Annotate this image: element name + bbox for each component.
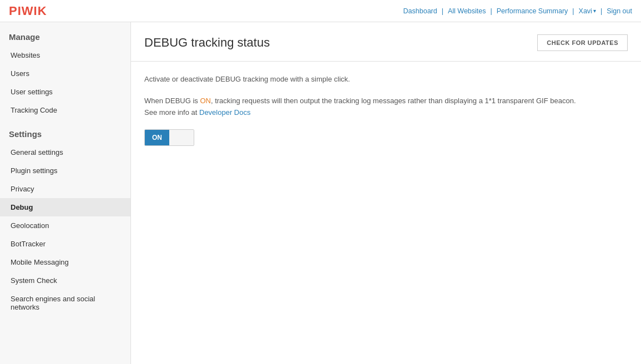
nav-sep-2: |: [491, 7, 492, 15]
debug-toggle[interactable]: ON: [144, 129, 194, 146]
main-header: DEBUG tracking status CHECK FOR UPDATES: [131, 22, 641, 62]
sidebar-item-websites[interactable]: Websites: [0, 46, 130, 64]
top-nav-links: Dashboard | All Websites | Performance S…: [403, 7, 632, 15]
sidebar-item-mobile-messaging[interactable]: Mobile Messaging: [0, 253, 130, 271]
sidebar-item-privacy[interactable]: Privacy: [0, 180, 130, 198]
main-layout: Manage Websites Users User settings Trac…: [0, 22, 641, 364]
desc2-line2-pre: See more info at: [144, 108, 199, 117]
toggle-off[interactable]: [169, 130, 194, 145]
description-1: Activate or deactivate DEBUG tracking mo…: [144, 74, 628, 85]
sidebar-item-plugin-settings[interactable]: Plugin settings: [0, 161, 130, 180]
sidebar-item-debug[interactable]: Debug: [0, 198, 130, 216]
nav-sep-3: |: [572, 7, 574, 15]
desc2-mid: , tracking requests will then output the…: [211, 97, 576, 105]
sidebar-item-bottracker[interactable]: BotTracker: [0, 235, 130, 253]
sidebar-item-geolocation[interactable]: Geolocation: [0, 216, 130, 235]
nav-sep-4: |: [600, 7, 602, 15]
description-2: When DEBUG is ON, tracking requests will…: [144, 95, 628, 119]
user-name: Xavi: [579, 7, 592, 15]
nav-sep-1: |: [442, 7, 443, 15]
nav-dashboard[interactable]: Dashboard: [403, 7, 437, 15]
toggle-container: ON: [144, 129, 628, 146]
sidebar-item-general-settings[interactable]: General settings: [0, 143, 130, 161]
logo: PIWIK: [9, 4, 47, 18]
caret-icon: ▾: [593, 8, 596, 14]
sidebar-item-user-settings[interactable]: User settings: [0, 83, 130, 101]
nav-sign-out[interactable]: Sign out: [607, 7, 632, 15]
developer-docs-link[interactable]: Developer Docs: [199, 108, 251, 117]
manage-section-title: Manage: [0, 22, 130, 46]
sidebar-item-search-engines[interactable]: Search engines and social networks: [0, 290, 130, 316]
main-content: Activate or deactivate DEBUG tracking mo…: [131, 62, 641, 158]
main-content-area: DEBUG tracking status CHECK FOR UPDATES …: [131, 22, 641, 364]
page-title: DEBUG tracking status: [144, 36, 270, 50]
debug-on-label: ON: [200, 97, 211, 105]
sidebar-item-users[interactable]: Users: [0, 64, 130, 83]
sidebar-item-system-check[interactable]: System Check: [0, 271, 130, 290]
sidebar-item-tracking-code[interactable]: Tracking Code: [0, 101, 130, 119]
sidebar: Manage Websites Users User settings Trac…: [0, 22, 131, 364]
desc2-pre: When DEBUG is: [144, 97, 200, 105]
user-dropdown[interactable]: Xavi ▾: [579, 7, 596, 15]
top-navigation: PIWIK Dashboard | All Websites | Perform…: [0, 0, 641, 22]
settings-section-title: Settings: [0, 119, 130, 143]
nav-performance-summary[interactable]: Performance Summary: [497, 7, 568, 15]
check-updates-button[interactable]: CHECK FOR UPDATES: [537, 34, 628, 51]
nav-all-websites[interactable]: All Websites: [448, 7, 486, 15]
toggle-on[interactable]: ON: [145, 130, 169, 145]
